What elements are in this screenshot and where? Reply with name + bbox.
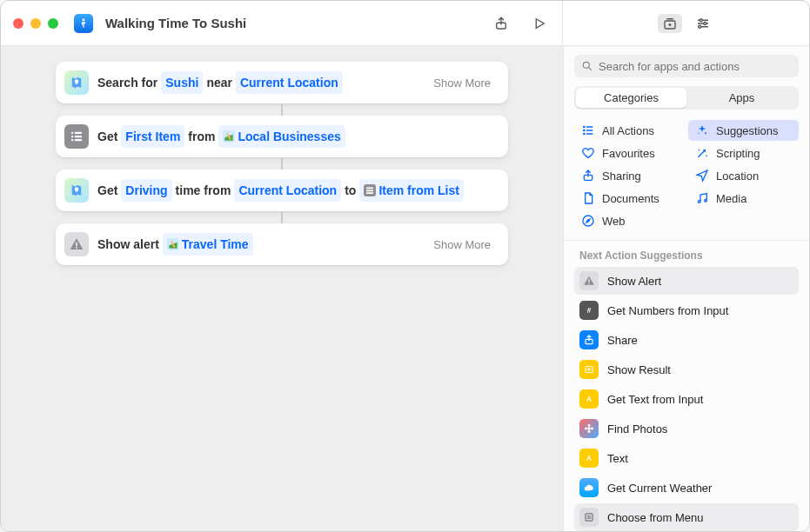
token-label: Current Location [240, 73, 338, 92]
variable-token[interactable]: Current Location [236, 71, 343, 94]
svg-rect-14 [366, 188, 373, 190]
connector [32, 157, 532, 170]
action-text: near [206, 73, 232, 92]
action-body: Show alertTravel Time [97, 233, 419, 256]
action-card[interactable]: Show alertTravel TimeShow More [56, 223, 508, 265]
alert-icon [64, 232, 89, 256]
svg-point-24 [705, 132, 706, 134]
category-fav[interactable]: Favourites [574, 143, 685, 163]
token-label: Current Location [238, 181, 337, 200]
token-label: Driving [125, 181, 167, 200]
search-icon [581, 60, 593, 72]
search-field[interactable] [574, 55, 799, 77]
category-sugg[interactable]: Suggestions [688, 120, 799, 141]
variable-token[interactable]: Driving [121, 179, 171, 202]
menu-icon [579, 508, 599, 527]
minimize-window-button[interactable] [30, 18, 41, 29]
svg-point-0 [83, 18, 85, 21]
workflow-canvas[interactable]: Search forSushinearCurrent LocationShow … [1, 46, 563, 531]
content: Search forSushinearCurrent LocationShow … [1, 46, 809, 531]
show-more-button[interactable]: Show More [428, 75, 496, 91]
svg-rect-7 [75, 132, 82, 134]
segment-categories[interactable]: Categories [576, 88, 686, 108]
suggestion-item[interactable]: AText [574, 444, 799, 472]
svg-point-21 [584, 126, 585, 127]
suggestion-label: Share [607, 334, 638, 347]
suggestion-item[interactable]: Show Alert [574, 267, 799, 295]
svg-point-27 [698, 201, 700, 203]
svg-point-41 [591, 428, 593, 430]
settings-toggle-button[interactable] [691, 14, 715, 33]
svg-rect-31 [588, 283, 589, 284]
svg-point-4 [703, 22, 706, 24]
suggestion-item[interactable]: AGet Text from Input [574, 385, 799, 413]
library-toggle-button[interactable] [658, 14, 682, 33]
cloud-icon [579, 478, 599, 497]
category-label: Scripting [716, 147, 760, 160]
music-icon [695, 191, 709, 205]
show-more-button[interactable]: Show More [428, 236, 496, 253]
action-text: Show alert [97, 235, 159, 254]
traffic-lights [13, 18, 58, 29]
category-loc[interactable]: Location [688, 165, 799, 186]
suggestion-label: Text [607, 452, 628, 465]
run-button[interactable] [527, 14, 552, 33]
svg-rect-11 [75, 139, 82, 141]
maps-small-icon [167, 238, 179, 250]
suggestions-header: Next Action Suggestions [564, 241, 809, 267]
eye-icon [579, 360, 599, 379]
variable-token[interactable]: Item from List [359, 179, 464, 202]
suggestion-item[interactable]: #Get Numbers from Input [574, 296, 799, 324]
svg-point-37 [587, 427, 591, 430]
zoom-window-button[interactable] [48, 18, 58, 29]
category-label: Documents [602, 192, 659, 205]
svg-point-28 [705, 199, 707, 202]
flower-icon [579, 419, 599, 438]
category-share[interactable]: Sharing [574, 165, 685, 186]
search-input[interactable] [599, 60, 792, 73]
suggestion-item[interactable]: Get Current Weather [574, 474, 799, 502]
token-label: Local Businesses [238, 127, 340, 146]
variable-token[interactable]: First Item [121, 125, 184, 148]
svg-rect-18 [76, 247, 77, 249]
variable-token[interactable]: Current Location [234, 179, 341, 202]
suggestion-label: Show Alert [607, 275, 661, 288]
suggestion-item[interactable]: Show Result [574, 356, 799, 383]
suggestion-item[interactable]: Share [574, 326, 799, 354]
category-script[interactable]: Scripting [688, 143, 799, 163]
variable-token[interactable]: Local Businesses [218, 125, 345, 148]
svg-rect-15 [366, 190, 373, 191]
action-card[interactable]: GetDrivingtime fromCurrent LocationtoIte… [56, 170, 508, 211]
action-text: time from [176, 181, 231, 200]
category-web[interactable]: Web [574, 210, 685, 231]
titlebar-right [563, 14, 809, 33]
suggestion-label: Get Text from Input [607, 393, 703, 406]
variable-token[interactable]: Sushi [161, 71, 203, 94]
hash-icon: # [579, 301, 599, 320]
action-library-sidebar: Categories Apps All ActionsSuggestionsFa… [563, 46, 809, 531]
svg-rect-6 [71, 132, 73, 134]
shortcut-title[interactable]: Walking Time To Sushi [105, 16, 246, 30]
svg-rect-30 [588, 279, 589, 283]
suggestion-item[interactable]: Find Photos [574, 415, 799, 442]
connector [32, 211, 532, 223]
close-window-button[interactable] [13, 18, 23, 29]
category-media[interactable]: Media [688, 188, 799, 209]
svg-point-40 [585, 428, 587, 430]
library-segmented-control[interactable]: Categories Apps [574, 86, 799, 110]
variable-token[interactable]: Travel Time [163, 233, 253, 256]
category-all[interactable]: All Actions [574, 120, 685, 141]
action-card[interactable]: Search forSushinearCurrent LocationShow … [56, 62, 508, 103]
wand-icon [695, 146, 709, 160]
suggestion-label: Choose from Menu [607, 511, 704, 524]
suggestion-label: Show Result [607, 363, 671, 376]
category-docs[interactable]: Documents [574, 188, 685, 209]
action-card[interactable]: GetFirst ItemfromLocal Businesses [56, 116, 508, 157]
suggestion-item[interactable]: Choose from Menu [574, 503, 799, 531]
sparkle-icon [695, 123, 709, 137]
share-button[interactable] [489, 14, 513, 33]
segment-apps[interactable]: Apps [686, 88, 797, 108]
action-body: Search forSushinearCurrent Location [97, 71, 419, 94]
suggestion-label: Get Numbers from Input [607, 304, 728, 317]
token-label: Item from List [378, 181, 459, 200]
